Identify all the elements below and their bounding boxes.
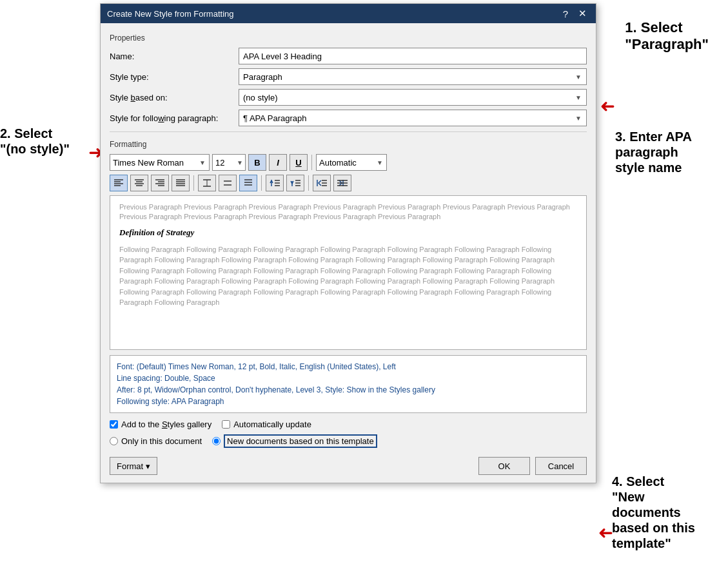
options-row: Add to the Styles gallery Automatically … [110,420,587,429]
name-input[interactable] [239,48,587,64]
help-button[interactable]: ? [560,8,571,19]
bottom-row: Format ▾ OK Cancel [110,457,587,475]
style-following-select[interactable]: ¶ APA Paragraph ¶ Normal [239,110,587,126]
color-select[interactable]: Automatic Black White Red Blue [316,154,387,171]
auto-update-checkbox[interactable] [222,420,230,429]
line-spacing-down-button[interactable] [286,175,304,191]
annotation-2: 2. Select "(no style)" [0,126,90,157]
desc-line-4: Following style: APA Paragraph [117,396,580,407]
preview-box: Previous Paragraph Previous Paragraph Pr… [110,195,587,350]
description-box: Font: (Default) Times New Roman, 12 pt, … [110,355,587,413]
add-to-gallery-label[interactable]: Add to the Styles gallery [110,420,212,429]
align-justify-button[interactable] [172,175,190,191]
toolbar-separator-3 [261,175,262,191]
format-button[interactable]: Format ▾ [110,457,157,475]
style-following-wrapper: ¶ APA Paragraph ¶ Normal [239,110,587,126]
desc-line-1: Font: (Default) Times New Roman, 12 pt, … [117,361,580,372]
new-docs-text: New documents based on this template [224,434,377,448]
annotation-3: 3. Enter APA paragraph style name [615,129,722,175]
add-to-gallery-checkbox[interactable] [110,420,118,429]
new-docs-radio[interactable] [212,437,221,445]
toolbar-separator-1 [311,155,312,170]
bold-button[interactable]: B [248,154,266,171]
align-right-button[interactable] [151,175,169,191]
underline-button[interactable]: U [290,154,308,171]
arrow-1-icon: ➜ [600,95,615,117]
style-based-select[interactable]: (no style) Normal Default Paragraph Font [239,89,587,106]
dialog: Create New Style from Formatting ? ✕ Pro… [100,3,596,483]
new-docs-label[interactable]: New documents based on this template [212,434,377,448]
style-type-select[interactable]: Paragraph Character Linked Table List [239,68,587,85]
italic-button[interactable]: I [269,154,287,171]
only-this-doc-radio[interactable] [110,437,118,445]
preview-follow-para: Following Paragraph Following Paragraph … [119,244,577,308]
font-select[interactable]: Times New Roman Arial Calibri [110,154,210,171]
align-left2-button[interactable] [198,175,216,191]
toolbar-row-1: Times New Roman Arial Calibri 12 10 11 1… [110,154,587,171]
line-spacing-up-button[interactable] [266,175,284,191]
style-based-container: (no style) Normal Default Paragraph Font [239,89,587,106]
style-type-label: Style type: [110,68,239,85]
toolbar-separator-4 [308,175,309,191]
preview-heading: Definition of Strategy [119,227,577,238]
preview-prev-para: Previous Paragraph Previous Paragraph Pr… [119,202,577,222]
arrow-4-icon: ➜ [598,522,613,543]
titlebar-controls: ? ✕ [560,8,589,19]
style-based-wrapper: (no style) Normal Default Paragraph Font [239,89,587,106]
name-value-container [239,48,587,64]
close-button[interactable]: ✕ [576,8,589,19]
only-this-doc-label[interactable]: Only in this document [110,436,202,446]
justify2-button[interactable] [219,175,237,191]
size-select-wrapper: 12 10 11 14 [212,154,246,171]
align-left-button[interactable] [110,175,128,191]
indent-decrease-button[interactable] [313,175,331,191]
desc-line-3: After: 8 pt, Widow/Orphan control, Don't… [117,384,580,396]
radio-row: Only in this document New documents base… [110,434,587,448]
align-center-button[interactable] [130,175,148,191]
justify3-button[interactable] [239,175,257,191]
indent-increase-button[interactable] [333,175,351,191]
toolbar-row-2 [110,175,587,191]
style-type-container: Paragraph Character Linked Table List [239,68,587,85]
formatting-label: Formatting [110,140,587,149]
name-label: Name: [110,48,239,64]
dialog-titlebar: Create New Style from Formatting ? ✕ [101,4,596,23]
auto-update-label[interactable]: Automatically update [222,420,311,429]
properties-grid: Name: Style type: Paragraph Character Li… [110,48,587,126]
formatting-section: Formatting Times New Roman Arial Calibri… [110,131,587,475]
toolbar-separator-2 [193,175,194,191]
dialog-btn-group: OK Cancel [478,457,587,475]
color-select-wrapper: Automatic Black White Red Blue [316,154,387,171]
style-based-label: Style based on: [110,89,239,106]
dialog-title: Create New Style from Formatting [107,9,234,19]
annotation-4: 4. Select "New documents based on this t… [612,474,725,551]
style-type-wrapper: Paragraph Character Linked Table List [239,68,587,85]
size-select[interactable]: 12 10 11 14 [212,154,246,171]
ok-button[interactable]: OK [478,457,530,475]
style-following-container: ¶ APA Paragraph ¶ Normal [239,110,587,126]
properties-label: Properties [110,34,587,43]
font-select-wrapper: Times New Roman Arial Calibri [110,154,210,171]
annotation-1: 1. Select "Paragraph" [625,19,709,53]
style-following-label: Style for following paragraph: [110,110,239,126]
cancel-button[interactable]: Cancel [535,457,587,475]
desc-line-2: Line spacing: Double, Space [117,372,580,384]
dialog-body: Properties Name: Style type: Paragraph C… [101,23,596,483]
